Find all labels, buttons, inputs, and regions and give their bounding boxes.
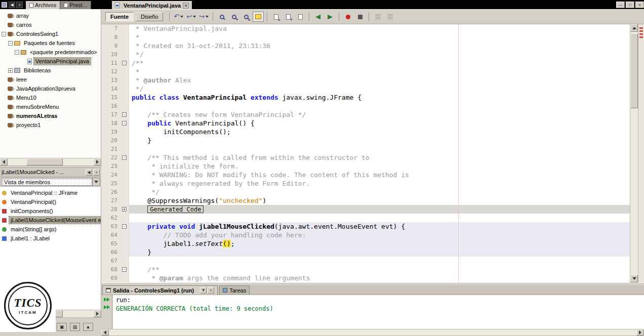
back-icon[interactable]: ↩ — [185, 12, 197, 22]
code-line[interactable]: 10 */ — [101, 50, 630, 59]
tree-item-ventanaprincipal-java[interactable]: VentanaPrincipal.java — [0, 57, 101, 66]
output-horizontal-scrollbar[interactable] — [101, 329, 644, 336]
scroll-right-button[interactable] — [94, 310, 101, 317]
scroll-left-button[interactable] — [0, 158, 8, 165]
projects-horizontal-scrollbar[interactable] — [0, 158, 101, 166]
minimize-window-button[interactable]: ◀ — [86, 169, 92, 176]
code-line[interactable]: 27 @SuppressWarnings("unchecked") — [101, 196, 630, 205]
close-button[interactable]: × — [635, 2, 644, 8]
line-number[interactable]: 27 — [101, 196, 120, 205]
bottom-button-2[interactable]: ▤ — [70, 323, 80, 331]
code-line[interactable]: 65 jLabel1.setText(); — [101, 239, 630, 248]
editor-tab-ventanaprincipal[interactable]: VentanaPrincipal.java × — [112, 1, 192, 9]
navigator-item-ventanaprincipal-jframe[interactable]: VentanaPrincipal :: JFrame — [0, 188, 101, 197]
code-line-text[interactable]: /** Creates new form VentanaPrincipal */ — [129, 110, 630, 119]
code-line[interactable]: 19 initComponents(); — [101, 128, 630, 136]
code-line[interactable]: 12 * — [101, 67, 630, 76]
panel-tab-prest[interactable]: Prest... — [60, 1, 91, 9]
tree-item-controlesswing1[interactable]: -ControlesSwing1 — [0, 29, 101, 38]
code-line[interactable]: 11-/** — [101, 59, 630, 67]
code-line-text[interactable]: * Created on 31-oct-2011, 23:31:36 — [129, 41, 630, 50]
code-line[interactable]: 14 */ — [101, 85, 630, 93]
line-number[interactable]: 21 — [101, 145, 120, 153]
code-line[interactable]: 25 * always regenerated by the Form Edit… — [101, 179, 630, 188]
tree-item-ieee[interactable]: ieee — [0, 75, 101, 84]
code-line[interactable]: 18- public VentanaPrincipal() { — [101, 119, 630, 128]
code-line[interactable]: 15public class VentanaPrincipal extends … — [101, 93, 630, 102]
line-number[interactable]: 15 — [101, 93, 120, 102]
tree-item-array[interactable]: array — [0, 11, 101, 20]
dropdown-arrow-icon[interactable] — [206, 16, 209, 18]
code-line[interactable]: 24 * WARNING: Do NOT modify this code. T… — [101, 171, 630, 179]
code-line-text[interactable]: } — [129, 248, 630, 257]
tree-item-carros[interactable]: carros — [0, 20, 101, 29]
code-line-text[interactable]: public VentanaPrincipal() { — [129, 119, 630, 128]
scroll-right-button[interactable] — [94, 158, 101, 165]
bottom-button-1[interactable]: ▣ — [57, 323, 67, 331]
comment-icon[interactable] — [372, 12, 383, 22]
code-line-text[interactable]: public class VentanaPrincipal extends ja… — [129, 93, 630, 102]
tree-item-javaapplication3prueva[interactable]: JavaApplication3prueva — [0, 84, 101, 93]
output-close-button[interactable]: × — [208, 287, 214, 293]
dropdown-arrow-icon[interactable] — [193, 16, 196, 18]
collapse-fold-icon[interactable]: - — [122, 155, 127, 160]
scroll-track[interactable] — [109, 329, 636, 335]
code-line-text[interactable]: */ — [129, 188, 630, 196]
line-number[interactable]: 13 — [101, 76, 120, 85]
scroll-left-button[interactable] — [101, 329, 109, 335]
navigator-item-jlabel1-jlabel[interactable]: jLabel1 : JLabel — [0, 234, 101, 243]
code-line[interactable]: 20 } — [101, 136, 630, 145]
scroll-up-button[interactable] — [630, 24, 638, 32]
design-view-button[interactable]: Diseño — [136, 12, 163, 21]
output-tab-tareas[interactable]: Tareas — [219, 285, 250, 295]
toggle-highlight-icon[interactable] — [253, 12, 264, 22]
code-line-text[interactable]: /** This method is called from within th… — [129, 153, 630, 162]
find-selection-icon[interactable] — [216, 12, 227, 22]
collapse-toggle-icon[interactable]: - — [2, 32, 6, 36]
rerun-button[interactable] — [104, 298, 110, 302]
navigator-item-initcomponents[interactable]: initComponents() — [0, 206, 101, 216]
line-number[interactable]: 14 — [101, 85, 120, 93]
code-line[interactable]: 8 * — [101, 33, 630, 41]
collapse-toggle-icon[interactable]: - — [15, 50, 19, 55]
source-view-button[interactable]: Fuente — [105, 12, 134, 21]
toggle-bookmark-icon[interactable] — [295, 12, 306, 22]
code-line-text[interactable]: * — [129, 33, 630, 41]
code-line-text[interactable]: * initialize the form. — [129, 162, 630, 171]
code-line-text[interactable]: * WARNING: Do NOT modify this code. The … — [129, 171, 630, 179]
close-tab-icon[interactable]: × — [183, 3, 189, 9]
output-tab-salida[interactable]: Salida - ControlesSwing1 (run) ▼× — [102, 285, 218, 295]
panel-tab-archivos[interactable]: Archivos — [26, 1, 60, 9]
line-number[interactable]: 18 — [101, 119, 120, 128]
code-line[interactable]: 23 * initialize the form. — [101, 162, 630, 171]
dropdown-arrow-icon[interactable] — [180, 16, 183, 18]
code-line-text[interactable]: /** — [129, 265, 630, 274]
line-number[interactable]: 16 — [101, 102, 120, 110]
editor-vertical-scrollbar[interactable] — [630, 24, 638, 282]
code-line[interactable]: 64 // TODO add your handling code here: — [101, 231, 630, 239]
scroll-right-button[interactable] — [636, 329, 644, 335]
code-editor[interactable]: 7 * VentanaPrincipal.java8 *9 * Created … — [101, 24, 644, 282]
line-number[interactable]: 7 — [101, 24, 120, 33]
line-number[interactable]: 67 — [101, 257, 120, 265]
code-line-text[interactable] — [129, 145, 630, 153]
code-line[interactable]: 21 — [101, 145, 630, 153]
code-line[interactable]: 17- /** Creates new form VentanaPrincipa… — [101, 110, 630, 119]
code-line-text[interactable] — [129, 214, 630, 222]
navigator-item-main-string-args[interactable]: main(String[] args) — [0, 225, 101, 234]
tree-item-bibliotecas[interactable]: +Bibliotecas — [0, 66, 101, 75]
line-number[interactable]: 68 — [101, 265, 120, 274]
output-dropdown-button[interactable]: ▼ — [200, 287, 207, 293]
expand-fold-icon[interactable]: + — [122, 207, 127, 212]
collapse-panel-button[interactable]: ◀ — [9, 2, 15, 8]
close-window-button[interactable]: × — [93, 169, 100, 176]
code-line-text[interactable]: // TODO add your handling code here: — [129, 231, 630, 239]
line-number[interactable]: 17 — [101, 110, 120, 119]
code-line-text[interactable]: /** — [129, 59, 630, 67]
tree-item-menu10[interactable]: Menu10 — [0, 93, 101, 102]
code-line-text[interactable]: */ — [129, 85, 630, 93]
code-line-text[interactable]: jLabel1.setText(); — [129, 239, 630, 248]
code-line-text[interactable] — [129, 257, 630, 265]
line-number[interactable]: 24 — [101, 171, 120, 179]
code-line[interactable]: 69 * @param args the command line argume… — [101, 274, 630, 282]
